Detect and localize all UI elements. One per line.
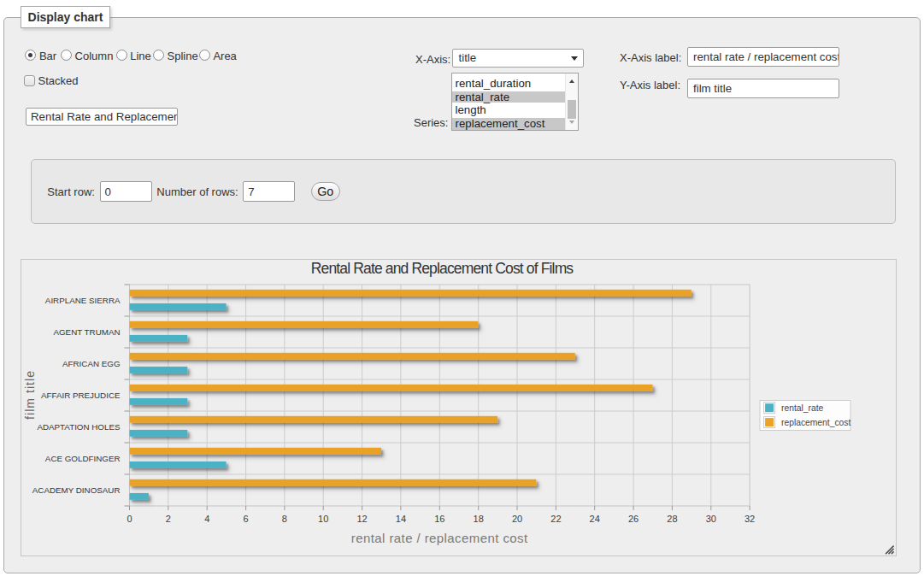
svg-text:6: 6	[244, 514, 249, 524]
svg-text:AGENT TRUMAN: AGENT TRUMAN	[53, 327, 120, 337]
svg-text:10: 10	[318, 514, 328, 524]
svg-text:rental rate / replacement cost: rental rate / replacement cost	[351, 531, 528, 545]
svg-text:22: 22	[550, 514, 561, 524]
svg-text:2: 2	[166, 514, 171, 524]
svg-text:0: 0	[127, 514, 132, 524]
svg-text:ACE GOLDFINGER: ACE GOLDFINGER	[45, 454, 121, 463]
svg-text:14: 14	[396, 514, 406, 524]
svg-text:replacement_cost: replacement_cost	[781, 417, 850, 426]
svg-text:rental_rate: rental_rate	[781, 403, 824, 413]
svg-text:Rental Rate and Replacement Co: Rental Rate and Replacement Cost of Film…	[311, 260, 574, 277]
svg-text:ADAPTATION HOLES: ADAPTATION HOLES	[37, 422, 121, 432]
svg-text:AFFAIR PREJUDICE: AFFAIR PREJUDICE	[41, 391, 121, 400]
svg-text:AIRPLANE SIERRA: AIRPLANE SIERRA	[45, 296, 121, 305]
svg-text:20: 20	[512, 514, 522, 524]
svg-text:32: 32	[744, 514, 755, 524]
svg-text:24: 24	[590, 514, 600, 524]
svg-text:26: 26	[628, 514, 639, 524]
svg-text:AFRICAN EGG: AFRICAN EGG	[62, 359, 121, 368]
svg-text:18: 18	[474, 514, 484, 524]
svg-text:28: 28	[667, 514, 677, 524]
svg-text:film title: film title	[23, 370, 37, 420]
svg-text:ACADEMY DINOSAUR: ACADEMY DINOSAUR	[32, 485, 121, 495]
svg-text:4: 4	[204, 514, 209, 524]
svg-text:16: 16	[434, 514, 444, 524]
svg-text:12: 12	[356, 514, 367, 524]
svg-text:8: 8	[282, 514, 287, 524]
svg-text:30: 30	[706, 514, 716, 524]
